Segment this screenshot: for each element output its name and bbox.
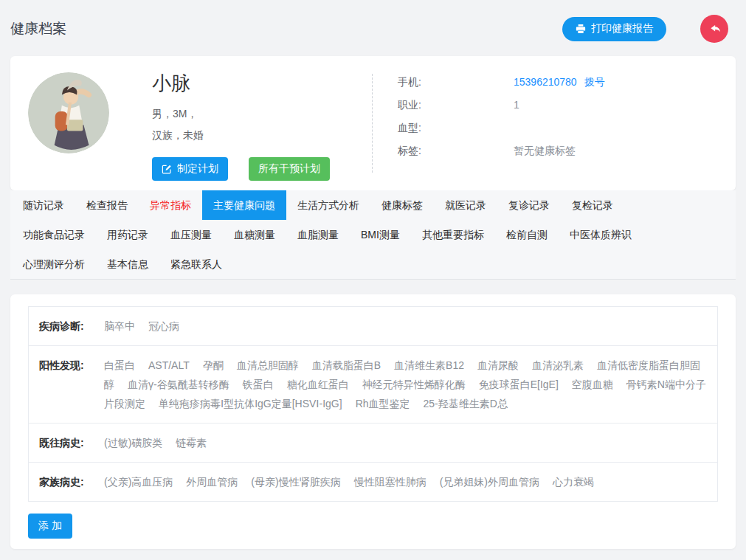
blood-type-field-row: 血型:	[398, 120, 718, 136]
finding-item: 25-羟基维生素D总	[424, 398, 508, 409]
health-problems-table: 疾病诊断: 脑卒中冠心病 阳性发现: 白蛋白AST/ALT孕酮血清总胆固醇血清载…	[28, 306, 718, 502]
print-health-report-button[interactable]: 打印健康报告	[562, 17, 666, 41]
occupation-field-row: 职业: 1	[398, 97, 718, 113]
tab-row-3: 心理测评分析基本信息紧急联系人	[10, 249, 736, 279]
family-history-row: 家族病史: (父亲)高血压病外周血管病(母亲)慢性肾脏疾病慢性阻塞性肺病(兄弟姐…	[29, 463, 717, 501]
tab-row-1: 随访记录检查报告异常指标主要健康问题生活方式分析健康标签就医记录复诊记录复检记录	[10, 190, 736, 220]
positive-findings-label: 阳性发现:	[39, 356, 104, 413]
history-item: (过敏)磺胺类	[104, 437, 162, 449]
tab-item[interactable]: 心理测评分析	[12, 249, 96, 279]
finding-item: AST/ALT	[148, 359, 190, 371]
profile-info: 小脉 男，3M， 汉族，未婚 制定计划 所有干预计划	[152, 71, 353, 176]
make-plan-button[interactable]: 制定计划	[152, 157, 228, 181]
phone-number: 15396210780	[514, 74, 577, 90]
finding-item: Rh血型鉴定	[356, 398, 410, 409]
finding-item: 单纯疱疹病毒Ⅰ型抗体IgG定量[HSVⅠ-IgG]	[159, 398, 342, 409]
diagnosis-item: 脑卒中	[104, 320, 135, 332]
disease-diagnosis-label: 疾病诊断:	[39, 317, 104, 336]
plan-buttons: 制定计划 所有干预计划	[152, 157, 353, 181]
past-medical-history-label: 既往病史:	[39, 433, 104, 452]
occupation-value: 1	[514, 97, 519, 113]
finding-item: 血清泌乳素	[532, 359, 584, 371]
tab-item[interactable]: 中医体质辨识	[559, 220, 643, 249]
disease-diagnosis-values: 脑卒中冠心病	[104, 317, 707, 336]
tab-item[interactable]: BMI测量	[350, 220, 411, 249]
patient-sex-age: 男，3M，	[152, 103, 353, 125]
printer-icon	[576, 24, 586, 34]
phone-label: 手机:	[398, 74, 514, 90]
finding-item: 铁蛋白	[243, 378, 274, 390]
history-item: 链霉素	[176, 437, 207, 449]
family-history-label: 家族病史:	[39, 472, 104, 491]
tags-label: 标签:	[398, 142, 514, 159]
past-medical-history-row: 既往病史: (过敏)磺胺类链霉素	[29, 424, 717, 463]
undo-arrow-icon	[708, 23, 722, 35]
tags-value: 暂无健康标签	[514, 142, 576, 159]
tab-item[interactable]: 其他重要指标	[411, 220, 495, 249]
finding-item: 空腹血糖	[572, 378, 613, 390]
tab-item[interactable]: 检前自测	[495, 220, 559, 249]
family-history-item: (母亲)慢性肾脏疾病	[251, 476, 340, 488]
family-history-values: (父亲)高血压病外周血管病(母亲)慢性肾脏疾病慢性阻塞性肺病(兄弟姐妹)外周血管…	[104, 472, 707, 491]
dial-link[interactable]: 拨号	[584, 74, 605, 90]
tab-item[interactable]: 用药记录	[96, 220, 159, 249]
make-plan-label: 制定计划	[177, 162, 218, 176]
tab-item[interactable]: 就医记录	[434, 190, 497, 220]
edit-icon	[162, 164, 172, 174]
finding-item: 孕酮	[203, 359, 224, 371]
tab-item[interactable]: 血脂测量	[286, 220, 350, 249]
finding-item: 血清载脂蛋白B	[312, 359, 381, 371]
family-history-item: (兄弟姐妹)外周血管病	[440, 476, 539, 488]
back-button[interactable]	[700, 15, 728, 43]
tab-item[interactable]: 复检记录	[561, 190, 624, 220]
profile-fields: 手机: 15396210780 拨号 职业: 1 血型: 标签: 暂无健康标签	[398, 71, 718, 176]
finding-item: 血清总胆固醇	[237, 359, 299, 371]
blood-type-label: 血型:	[398, 120, 514, 136]
finding-item: 糖化血红蛋白	[287, 378, 349, 390]
tab-item[interactable]: 血压测量	[159, 220, 223, 249]
tab-item[interactable]: 异常指标	[139, 190, 202, 220]
tab-item[interactable]: 生活方式分析	[286, 190, 370, 220]
finding-item: 血清维生素B12	[394, 359, 464, 371]
avatar	[28, 72, 109, 153]
tab-item[interactable]: 功能食品记录	[12, 220, 96, 249]
past-medical-history-values: (过敏)磺胺类链霉素	[104, 433, 707, 452]
family-history-item: 外周血管病	[186, 476, 238, 488]
patient-ethnicity-marital: 汉族，未婚	[152, 125, 353, 146]
main-health-problems-panel: 疾病诊断: 脑卒中冠心病 阳性发现: 白蛋白AST/ALT孕酮血清总胆固醇血清载…	[10, 294, 736, 549]
tab-item[interactable]: 基本信息	[96, 249, 159, 279]
tab-item[interactable]: 紧急联系人	[159, 249, 233, 279]
positive-findings-row: 阳性发现: 白蛋白AST/ALT孕酮血清总胆固醇血清载脂蛋白B血清维生素B12血…	[29, 346, 717, 424]
record-tabs: 随访记录检查报告异常指标主要健康问题生活方式分析健康标签就医记录复诊记录复检记录…	[10, 190, 736, 280]
phone-field-row: 手机: 15396210780 拨号	[398, 74, 718, 90]
all-plans-label: 所有干预计划	[258, 162, 320, 176]
tab-item[interactable]: 复诊记录	[497, 190, 561, 220]
tab-item[interactable]: 主要健康问题	[202, 190, 286, 220]
family-history-item: 心力衰竭	[553, 476, 594, 488]
page-title: 健康档案	[10, 19, 66, 38]
print-button-label: 打印健康报告	[591, 22, 653, 35]
all-intervention-plans-button[interactable]: 所有干预计划	[249, 157, 330, 181]
tab-item[interactable]: 检查报告	[75, 190, 139, 220]
tab-item[interactable]: 随访记录	[12, 190, 75, 220]
page-header: 健康档案 打印健康报告	[0, 0, 746, 56]
finding-item: 血清尿酸	[477, 359, 519, 371]
tab-item[interactable]: 健康标签	[370, 190, 434, 220]
finding-item: 血清γ-谷氨酰基转移酶	[128, 378, 229, 390]
family-history-item: (父亲)高血压病	[104, 476, 173, 488]
finding-item: 免疫球蛋白E[IgE]	[479, 378, 559, 390]
positive-findings-values: 白蛋白AST/ALT孕酮血清总胆固醇血清载脂蛋白B血清维生素B12血清尿酸血清泌…	[104, 356, 707, 413]
tags-field-row: 标签: 暂无健康标签	[398, 142, 718, 159]
patient-name: 小脉	[152, 71, 353, 97]
finding-item: 神经元特异性烯醇化酶	[362, 378, 466, 390]
occupation-label: 职业:	[398, 97, 514, 113]
tab-item[interactable]: 血糖测量	[223, 220, 286, 249]
add-button[interactable]: 添 加	[28, 514, 72, 539]
finding-item: 白蛋白	[104, 359, 135, 371]
profile-card: 小脉 男，3M， 汉族，未婚 制定计划 所有干预计划 手机: 153962107…	[10, 56, 736, 190]
dashed-divider	[372, 74, 373, 173]
disease-diagnosis-row: 疾病诊断: 脑卒中冠心病	[29, 307, 717, 346]
diagnosis-item: 冠心病	[148, 320, 179, 332]
family-history-item: 慢性阻塞性肺病	[354, 476, 426, 488]
header-actions: 打印健康报告	[562, 15, 728, 43]
